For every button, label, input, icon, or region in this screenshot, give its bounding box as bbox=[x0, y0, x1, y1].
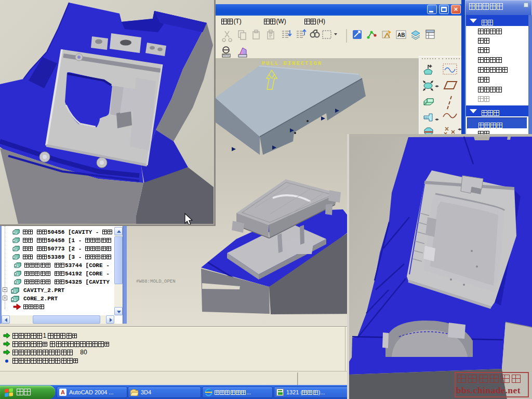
svg-text:AB: AB bbox=[397, 32, 405, 38]
svg-text:PULL DIRECTION: PULL DIRECTION bbox=[262, 61, 322, 66]
